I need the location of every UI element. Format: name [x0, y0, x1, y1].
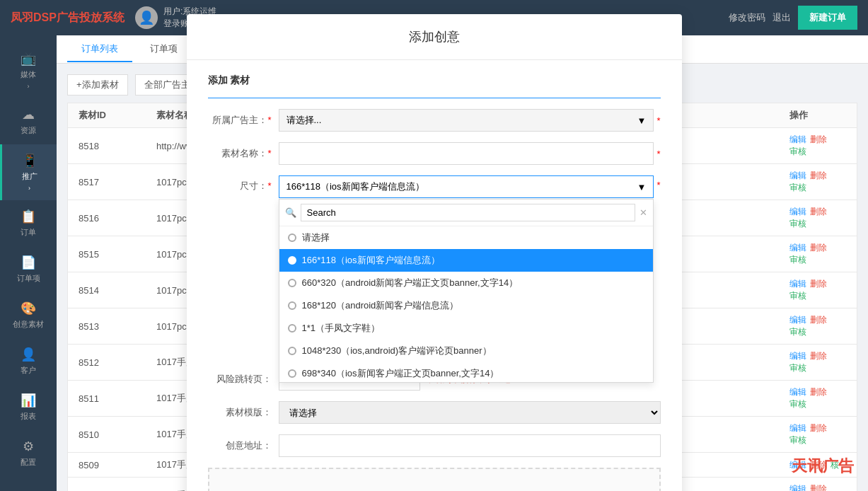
media-icon: 📺: [21, 51, 36, 67]
settings-icon: ⚙: [23, 439, 34, 454]
col-id: 素材ID: [79, 109, 149, 122]
tab-order-list[interactable]: 订单列表: [67, 37, 132, 62]
sidebar-item-resources-label: 资源: [21, 125, 36, 136]
review-btn-8518[interactable]: 审核: [789, 146, 806, 158]
dropdown-option-660[interactable]: 660*320（android新闻客户端正文页banner,文字14）: [279, 272, 654, 294]
sidebar-item-resources[interactable]: ☁ 资源: [0, 98, 57, 144]
modify-pwd-button[interactable]: 修改密码: [729, 11, 765, 24]
sidebar-item-creatives[interactable]: 🎨 创意素材: [0, 292, 57, 338]
review-btn-8516[interactable]: 审核: [789, 218, 806, 230]
review-btn-8515[interactable]: 审核: [789, 254, 806, 266]
review-btn-8511[interactable]: 审核: [789, 398, 806, 410]
material-template-select[interactable]: 请选择: [279, 401, 661, 424]
logo-dsp: DSP: [33, 11, 57, 23]
order-items-icon: 📄: [21, 255, 36, 270]
size-row: 尺寸：* 166*118（ios新闻客户端信息流） ▼ 🔍 ✕: [208, 175, 661, 198]
header-actions: 修改密码 退出 新建订单: [729, 6, 857, 30]
size-dropdown-panel: 🔍 ✕ 请选择 166*118（ios新闻客户端信息流）: [279, 199, 654, 383]
logo-prefix: 凤羽: [11, 11, 33, 23]
edit-btn-8517[interactable]: 编辑: [789, 170, 806, 182]
dropdown-option-1x1[interactable]: 1*1（手凤文字鞋）: [279, 317, 654, 340]
edit-btn-8511[interactable]: 编辑: [789, 386, 806, 398]
advertiser-placeholder: 请选择...: [287, 114, 322, 127]
review-btn-8513[interactable]: 审核: [789, 326, 806, 338]
logout-button[interactable]: 退出: [772, 11, 791, 24]
creative-url-input[interactable]: [279, 434, 661, 457]
clear-search-icon[interactable]: ✕: [640, 207, 647, 218]
edit-btn-8509[interactable]: 编辑: [789, 459, 806, 471]
delete-btn-8517[interactable]: 删除: [810, 170, 827, 182]
dropdown-option-166[interactable]: 166*118（ios新闻客户端信息流）: [279, 249, 654, 272]
review-btn-8510[interactable]: 审核: [789, 434, 806, 446]
edit-btn-8518[interactable]: 编辑: [789, 134, 806, 146]
dropdown-option-1048[interactable]: 1048*230（ios,android)客户端评论页banner）: [279, 340, 654, 362]
resources-icon: ☁: [22, 107, 35, 122]
col-actions: 操作: [789, 109, 846, 122]
modal-header: 添加创意: [187, 14, 682, 60]
size-label: 尺寸：*: [208, 180, 272, 192]
delete-btn-8514[interactable]: 删除: [810, 278, 827, 290]
edit-btn-8514[interactable]: 编辑: [789, 278, 806, 290]
logo-suffix: 广告投放系统: [57, 11, 125, 23]
dropdown-search-input[interactable]: [301, 204, 636, 221]
delete-btn-8510[interactable]: 删除: [810, 422, 827, 434]
edit-btn-8512[interactable]: 编辑: [789, 350, 806, 362]
sidebar-item-orders[interactable]: 📋 订单: [0, 200, 57, 246]
review-btn-8509[interactable]: 核: [831, 459, 839, 471]
edit-btn-8515[interactable]: 编辑: [789, 242, 806, 254]
delete-btn-8518[interactable]: 删除: [810, 134, 827, 146]
dropdown-option-698[interactable]: 698*340（ios新闻客户端正文页banner,文字14）: [279, 362, 654, 382]
material-template-row: 素材模版： 请选择: [208, 401, 661, 424]
add-material-button[interactable]: +添加素材: [67, 74, 128, 96]
delete-btn-8511[interactable]: 删除: [810, 386, 827, 398]
sidebar-item-settings[interactable]: ⚙ 配置: [0, 430, 57, 476]
advertiser-label: 所属广告主：*: [208, 114, 272, 127]
dropdown-option-168[interactable]: 168*120（android新闻客户端信息流）: [279, 294, 654, 317]
edit-btn-8510[interactable]: 编辑: [789, 422, 806, 434]
sidebar-item-promote-label: 推广: [22, 171, 37, 182]
sidebar-item-customers-label: 客户: [21, 365, 36, 376]
risk-redirect-label: 风险跳转页：: [208, 373, 272, 386]
sidebar-item-promote[interactable]: 📱 推广 ›: [0, 144, 57, 200]
expand-arrow: ›: [28, 83, 30, 90]
review-btn-8514[interactable]: 审核: [789, 290, 806, 302]
edit-btn-8513[interactable]: 编辑: [789, 314, 806, 326]
delete-btn-8512[interactable]: 删除: [810, 350, 827, 362]
modal-section-title: 添加 素材: [208, 74, 661, 87]
advertiser-select[interactable]: 请选择... ▼: [279, 109, 654, 132]
tab-order-detail[interactable]: 订单项: [136, 37, 192, 62]
radio-660: [288, 279, 296, 287]
promote-icon: 📱: [22, 153, 37, 168]
material-name-input[interactable]: [279, 142, 654, 165]
modal-body: 添加 素材 所属广告主：* 请选择... ▼ * 素材名称：* *: [187, 60, 682, 491]
col-op2: [726, 109, 782, 122]
delete-btn-8516[interactable]: 删除: [810, 206, 827, 218]
delete-btn-8508[interactable]: 删除: [810, 483, 827, 491]
dropdown-option-empty[interactable]: 请选择: [279, 226, 654, 249]
sidebar-item-reports-label: 报表: [21, 411, 36, 422]
avatar: 👤: [135, 6, 158, 29]
new-order-button[interactable]: 新建订单: [798, 6, 857, 30]
review-btn-8512[interactable]: 审核: [789, 362, 806, 374]
modal-title: 添加创意: [409, 30, 460, 44]
delete-btn-8515[interactable]: 删除: [810, 242, 827, 254]
size-dropdown-container: 166*118（ios新闻客户端信息流） ▼ 🔍 ✕: [279, 175, 654, 198]
material-template-label: 素材模版：: [208, 406, 272, 419]
delete-btn-8509[interactable]: 删除: [810, 459, 827, 471]
size-select[interactable]: 166*118（ios新闻客户端信息流） ▼: [279, 175, 654, 198]
sidebar-item-order-items[interactable]: 📄 订单项: [0, 246, 57, 292]
sidebar-item-customers[interactable]: 👤 客户: [0, 338, 57, 384]
edit-btn-8508[interactable]: 编辑: [789, 483, 806, 491]
edit-btn-8516[interactable]: 编辑: [789, 206, 806, 218]
radio-698: [288, 369, 296, 378]
review-btn-8517[interactable]: 审核: [789, 182, 806, 194]
material-name-row: 素材名称：* *: [208, 142, 661, 165]
delete-btn-8513[interactable]: 删除: [810, 314, 827, 326]
sidebar-item-reports[interactable]: 📊 报表: [0, 384, 57, 430]
creatives-icon: 🎨: [21, 301, 36, 316]
material-name-label: 素材名称：*: [208, 147, 272, 160]
upload-area[interactable]: 拖拽文件到这里 ...: [208, 468, 661, 491]
sidebar-item-order-items-label: 订单项: [17, 273, 40, 284]
chevron-down-icon: ▼: [637, 115, 647, 126]
sidebar-item-media[interactable]: 📺 媒体 ›: [0, 42, 57, 98]
